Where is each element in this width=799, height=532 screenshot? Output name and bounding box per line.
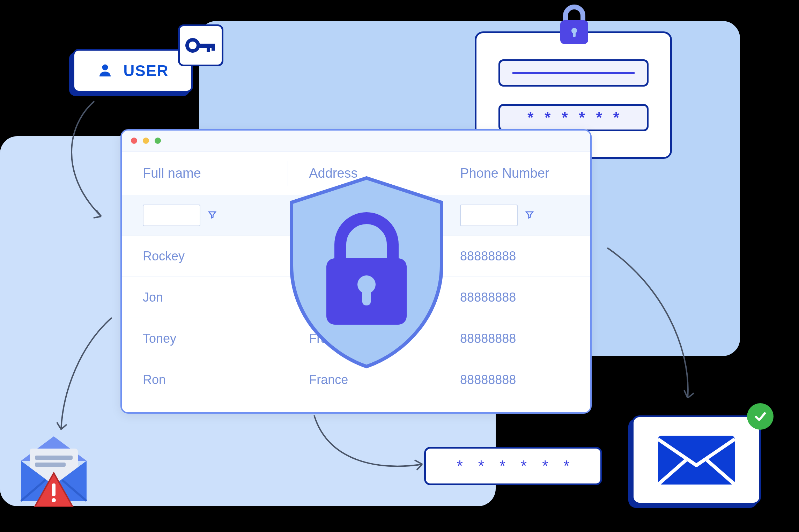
cell-phone: 88888888 — [439, 249, 590, 264]
svg-point-0 — [102, 64, 108, 70]
mail-icon — [656, 432, 737, 488]
password-mask-char: * — [542, 458, 548, 474]
lock-icon — [557, 3, 592, 45]
password-mask-char: * — [478, 458, 484, 474]
key-icon — [185, 35, 216, 56]
window-maximize-dot[interactable] — [155, 138, 161, 144]
column-header-phone[interactable]: Phone Number — [439, 161, 590, 186]
svg-rect-7 — [573, 31, 576, 37]
password-mask-char: * — [579, 110, 585, 125]
column-header-fullname[interactable]: Full name — [122, 161, 288, 186]
cell-address: France — [288, 372, 439, 387]
cell-phone: 88888888 — [439, 331, 590, 346]
svg-point-1 — [187, 40, 198, 51]
password-mask-char: * — [521, 458, 527, 474]
filter-input-phone[interactable] — [460, 205, 518, 226]
filter-icon[interactable] — [207, 210, 217, 221]
svg-rect-3 — [207, 44, 210, 52]
svg-rect-11 — [658, 436, 735, 485]
password-mask-char: * — [563, 458, 569, 474]
filter-input-fullname[interactable] — [143, 205, 200, 226]
svg-point-16 — [52, 498, 56, 502]
arrow-table-to-phish — [49, 314, 126, 440]
svg-rect-14 — [35, 463, 66, 467]
arrow-shield-to-password — [307, 412, 433, 482]
window-close-dot[interactable] — [131, 138, 137, 144]
user-card: USER — [73, 49, 193, 93]
window-titlebar — [122, 131, 590, 152]
verified-mail-card — [632, 415, 761, 504]
check-icon — [753, 409, 768, 424]
password-mask-char: * — [562, 110, 568, 125]
svg-rect-4 — [212, 44, 215, 51]
password-mask-char: * — [527, 110, 533, 125]
cell-fullname: Ron — [122, 372, 288, 387]
key-badge — [178, 24, 223, 66]
arrow-table-to-mail — [600, 244, 705, 405]
login-password-field[interactable]: * * * * * * — [498, 104, 649, 131]
password-mask-char: * — [545, 110, 550, 125]
svg-rect-10 — [362, 288, 371, 305]
checkmark-badge — [747, 403, 774, 430]
cell-phone: 88888888 — [439, 290, 590, 305]
login-username-field[interactable] — [498, 59, 649, 87]
password-mask-char: * — [500, 458, 505, 474]
password-mask-char: * — [613, 110, 619, 125]
user-card-label: USER — [123, 62, 169, 80]
cell-fullname: Rockey — [122, 249, 288, 264]
password-mask-char: * — [457, 458, 463, 474]
cell-fullname: Jon — [122, 290, 288, 305]
phishing-mail-icon — [10, 428, 97, 514]
filter-icon[interactable] — [525, 210, 534, 221]
password-mask-char: * — [596, 110, 602, 125]
cell-phone: 88888888 — [439, 372, 590, 387]
shield-lock-icon — [281, 175, 452, 370]
svg-rect-15 — [52, 483, 56, 496]
window-minimize-dot[interactable] — [143, 138, 149, 144]
encrypted-password-pill: * * * * * * — [424, 447, 602, 485]
arrow-user-to-table — [52, 98, 129, 223]
user-icon — [97, 62, 113, 80]
svg-rect-13 — [35, 456, 73, 460]
cell-fullname: Toney — [122, 331, 288, 346]
